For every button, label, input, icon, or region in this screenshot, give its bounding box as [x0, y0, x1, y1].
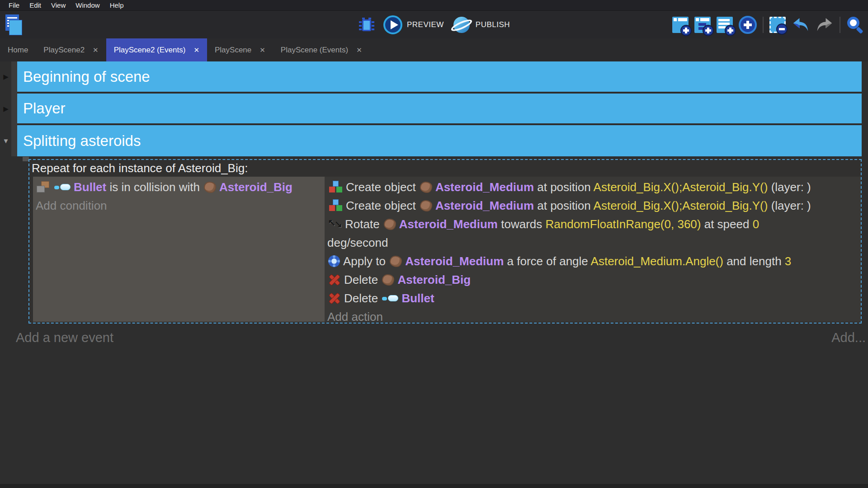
tab-playscene2-events[interactable]: PlayScene2 (Events) ✕	[106, 38, 207, 61]
text-part: Create object	[346, 199, 419, 212]
text-part: towards	[498, 217, 546, 231]
events-sheet: ▶ Beginning of scene ▶ Player ▼ Splittin…	[0, 61, 868, 484]
text-part: Apply to	[343, 254, 389, 268]
add-action-link[interactable]: Add action	[327, 308, 859, 322]
search-icon	[846, 16, 864, 34]
text-part: a force of angle	[504, 254, 590, 268]
text-part: Asteroid_Big.X();Asteroid_Big.Y()	[594, 180, 768, 194]
action-row-apply-force[interactable]: Apply to Asteroid_Medium a force of angl…	[327, 252, 859, 271]
action-row-delete-asteroid[interactable]: Delete Asteroid_Big	[327, 271, 859, 289]
tab-playscene[interactable]: PlayScene ✕	[207, 38, 273, 61]
preview-label: PREVIEW	[407, 20, 444, 29]
text-part: deg/second	[327, 236, 388, 249]
create-icon	[328, 198, 343, 213]
delete-selection-button[interactable]	[769, 17, 786, 33]
event-drag-handle[interactable]	[23, 157, 29, 161]
close-icon[interactable]: ✕	[259, 46, 265, 54]
redo-icon	[816, 16, 834, 34]
text-part: Asteroid_Big	[397, 273, 471, 286]
debug-button[interactable]	[358, 16, 375, 34]
tab-playscene-events[interactable]: PlayScene (Events) ✕	[273, 38, 370, 61]
tab-label: PlayScene2	[43, 46, 85, 55]
undo-icon	[792, 16, 810, 34]
action-row-rotate[interactable]: Rotate Asteroid_Medium towards RandomFlo…	[327, 215, 859, 252]
text-part: 3	[785, 254, 791, 268]
text-part: at position	[534, 180, 594, 194]
text-part: Asteroid_Medium	[405, 254, 504, 268]
rotate-icon	[328, 217, 342, 231]
event-group-beginning-of-scene[interactable]: Beginning of scene	[17, 61, 862, 92]
text-part: Create object	[346, 180, 419, 194]
add-comment-button[interactable]	[717, 17, 733, 33]
tab-playscene2[interactable]: PlayScene2 ✕	[36, 38, 106, 61]
bullet-icon	[382, 295, 398, 302]
publish-button[interactable]: PUBLISH	[452, 15, 510, 34]
group-title: Splitting asteroids	[23, 132, 141, 150]
event-group-splitting-asteroids[interactable]: Splitting asteroids	[17, 125, 862, 156]
repeat-header[interactable]: Repeat for each instance of Asteroid_Big…	[29, 160, 861, 177]
toolbar-right	[672, 11, 864, 39]
text-part: at speed	[701, 217, 752, 231]
action-row-create-1[interactable]: Create object Asteroid_Medium at positio…	[327, 178, 859, 197]
collision-icon	[37, 181, 50, 193]
text-part: 0	[753, 217, 759, 231]
text-part: (layer: )	[768, 199, 811, 212]
event-group-player[interactable]: Player	[17, 94, 862, 123]
add-subevent-icon	[694, 17, 711, 33]
text-part: Bullet	[74, 180, 106, 194]
publish-planet-icon	[452, 15, 471, 34]
horizontal-scrollbar[interactable]	[0, 484, 868, 488]
text-part: Asteroid_Medium.Angle()	[591, 254, 723, 268]
close-icon[interactable]: ✕	[356, 46, 362, 54]
asteroid-icon	[204, 182, 216, 193]
create-icon	[328, 180, 343, 194]
text-part: Asteroid_Medium	[435, 199, 534, 212]
bullet-icon	[54, 183, 71, 191]
add-condition-link[interactable]: Add condition	[36, 197, 322, 215]
menu-file[interactable]: File	[4, 1, 24, 9]
redo-button[interactable]	[816, 16, 834, 34]
selected-event[interactable]: Repeat for each instance of Asteroid_Big…	[28, 159, 862, 324]
text-part: Asteroid_Big.X();Asteroid_Big.Y()	[594, 199, 768, 212]
menu-bar: File Edit View Window Help	[0, 0, 868, 10]
add-new-event-link[interactable]: Add a new event	[16, 330, 113, 345]
group-title: Player	[23, 100, 66, 117]
asteroid-icon	[420, 200, 432, 211]
text-part: RandomFloatInRange(0, 360)	[545, 217, 701, 231]
add-comment-icon	[717, 17, 733, 33]
text-part: Asteroid_Big	[219, 180, 292, 194]
tab-label: PlayScene (Events)	[281, 46, 348, 55]
menu-help[interactable]: Help	[105, 1, 129, 9]
close-icon[interactable]: ✕	[93, 46, 99, 54]
preview-button[interactable]: PREVIEW	[383, 15, 444, 34]
toolbar: PREVIEW PUBLISH	[0, 10, 868, 39]
tab-home[interactable]: Home	[0, 38, 36, 61]
force-icon	[328, 255, 340, 267]
close-icon[interactable]: ✕	[193, 46, 199, 54]
actions-column: Create object Asteroid_Medium at positio…	[325, 177, 861, 322]
add-more-button[interactable]	[739, 16, 757, 34]
collapse-arrow[interactable]: ▶	[1, 94, 10, 124]
menu-view[interactable]: View	[46, 1, 71, 9]
add-more-link[interactable]: Add...	[831, 330, 866, 345]
condition-row[interactable]: Bullet is in collision with Asteroid_Big	[36, 178, 322, 197]
text-part: at position	[534, 199, 594, 212]
tab-label: PlayScene	[215, 46, 251, 55]
menu-edit[interactable]: Edit	[24, 1, 46, 9]
text-part: Delete	[344, 291, 381, 305]
text-part: is in collision with	[106, 180, 203, 194]
action-row-create-2[interactable]: Create object Asteroid_Medium at positio…	[327, 197, 859, 215]
delete-icon	[328, 273, 341, 286]
delete-icon	[328, 292, 341, 305]
undo-button[interactable]	[792, 16, 810, 34]
toolbar-separator	[763, 17, 764, 33]
action-row-delete-bullet[interactable]: Delete Bullet	[327, 289, 859, 308]
search-button[interactable]	[846, 16, 864, 34]
collapse-arrow[interactable]: ▶	[1, 61, 10, 92]
menu-window[interactable]: Window	[71, 1, 104, 9]
play-icon	[383, 15, 402, 34]
expand-arrow[interactable]: ▼	[1, 125, 10, 156]
add-subevent-button[interactable]	[694, 17, 711, 33]
debug-icon	[358, 16, 375, 34]
add-event-button[interactable]	[672, 17, 689, 33]
